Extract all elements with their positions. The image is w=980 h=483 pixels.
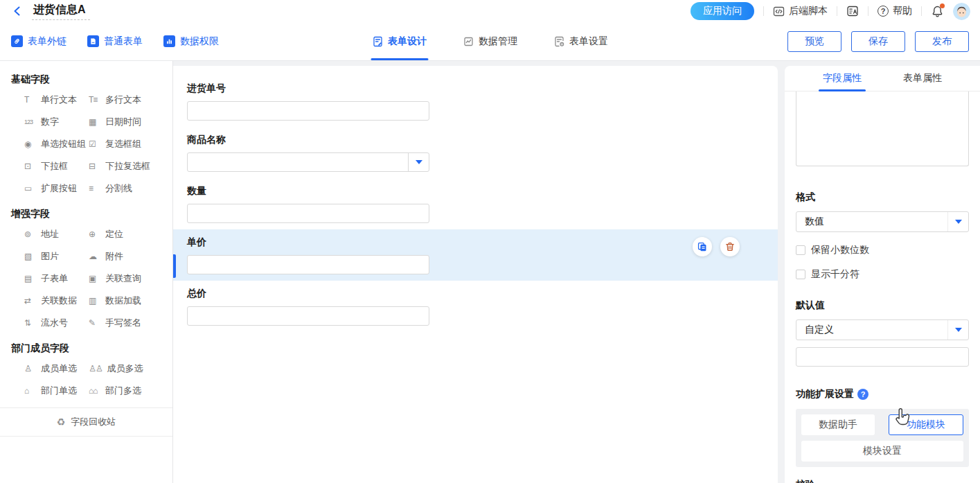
tab-form-properties[interactable]: 表单属性 (902, 66, 943, 91)
field-item-linked-query[interactable]: ▣关联查询 (89, 267, 172, 290)
publish-button[interactable]: 发布 (915, 31, 969, 52)
field-label: 进货单号 (187, 82, 764, 95)
field-item-member-multi[interactable]: ♙♙成员多选 (89, 358, 172, 380)
form-field-total-price[interactable]: 总价 (173, 281, 778, 332)
language-button[interactable] (846, 5, 859, 17)
field-item-label: 附件 (105, 250, 123, 263)
preview-button[interactable]: 预览 (787, 31, 841, 52)
field-item-number[interactable]: 123数字 (24, 111, 89, 133)
format-select-value: 数值 (805, 216, 824, 228)
help-button[interactable]: ? 帮助 (877, 5, 912, 17)
form-title[interactable]: 进货信息A (32, 2, 90, 20)
data-permission-button[interactable]: 数据权限 (163, 35, 219, 48)
text-input[interactable] (187, 306, 429, 326)
field-item-subform[interactable]: ▤子表单 (24, 267, 89, 290)
tab-field-properties-label: 字段属性 (823, 72, 862, 85)
image-icon: ▧ (24, 252, 36, 261)
external-link-button[interactable]: 表单外链 (11, 35, 66, 48)
field-item-dropdown-multi[interactable]: ⊟下拉复选框 (89, 155, 172, 177)
field-item-label: 成员单选 (41, 362, 77, 375)
select-caret-button[interactable] (947, 320, 968, 340)
field-item-attachment[interactable]: ☁附件 (89, 245, 172, 267)
copy-field-button[interactable] (693, 237, 712, 256)
select-caret-button[interactable] (408, 153, 429, 171)
default-value-input[interactable] (796, 347, 969, 367)
field-item-multi-line-text[interactable]: T≡多行文本 (89, 89, 172, 111)
default-value-select[interactable]: 自定义 (796, 319, 969, 340)
format-select[interactable]: 数值 (796, 211, 969, 232)
data-helper-button[interactable]: 数据助手 (801, 414, 875, 435)
text-input[interactable] (187, 204, 429, 223)
field-item-linked-data[interactable]: ⇄关联数据 (24, 290, 89, 312)
form-field-purchase-order-no[interactable]: 进货单号 (173, 76, 778, 127)
back-button[interactable] (10, 3, 25, 19)
field-item-label: 单行文本 (41, 94, 77, 106)
function-module-button[interactable]: 功能模块 (889, 414, 963, 435)
field-item-serial-number[interactable]: ⇅流水号 (24, 312, 89, 334)
field-item-label: 数据加载 (105, 295, 141, 307)
field-item-checkbox-group[interactable]: ☑复选框组 (89, 133, 172, 155)
field-item-radio-group[interactable]: ◉单选按钮组 (24, 133, 89, 155)
field-item-data-load[interactable]: ▥数据加载 (89, 290, 172, 312)
extension-settings-box: 数据助手 功能模块 模块设置 (796, 409, 969, 467)
delete-field-button[interactable] (720, 237, 740, 256)
form-design-icon (372, 36, 383, 47)
field-item-dept-multi[interactable]: ⌂⌂部门多选 (89, 380, 172, 402)
notifications-button[interactable] (931, 5, 944, 18)
field-item-single-line-text[interactable]: T单行文本 (24, 89, 89, 111)
field-item-extend-button[interactable]: ▭扩展按钮 (24, 177, 89, 200)
tab-field-properties[interactable]: 字段属性 (821, 66, 863, 91)
format-section-title: 格式 (796, 191, 969, 204)
data-management-icon (463, 36, 474, 47)
field-item-label: 成员多选 (107, 362, 143, 375)
field-item-dept-single[interactable]: ⌂部门单选 (24, 380, 89, 402)
normal-form-button[interactable]: 普通表单 (87, 35, 143, 48)
select-input[interactable] (187, 152, 429, 172)
field-item-label: 单选按钮组 (41, 138, 86, 150)
form-field-product-name[interactable]: 商品名称 (173, 127, 778, 178)
tab-form-design[interactable]: 表单设计 (369, 22, 429, 60)
tab-form-design-label: 表单设计 (388, 35, 427, 48)
thousand-separator-label: 显示千分符 (811, 268, 859, 281)
field-item-location[interactable]: ⊕定位 (89, 223, 172, 245)
checkbox-unchecked[interactable] (796, 270, 805, 279)
form-field-unit-price-selected[interactable]: 单价 (173, 229, 778, 281)
avatar[interactable] (953, 3, 970, 20)
decimal-places-label: 保留小数位数 (811, 244, 869, 256)
tab-form-settings[interactable]: 表单设置 (551, 22, 611, 60)
divider (868, 6, 868, 16)
decimal-places-option[interactable]: 保留小数位数 (796, 244, 969, 256)
tab-data-management[interactable]: 数据管理 (460, 22, 520, 60)
field-item-divider-line[interactable]: ≡分割线 (89, 177, 172, 200)
divider-icon: ≡ (89, 184, 100, 193)
external-link-label: 表单外链 (28, 35, 66, 48)
checkbox-unchecked[interactable] (796, 245, 805, 255)
module-settings-button[interactable]: 模块设置 (801, 441, 963, 462)
tab-form-properties-label: 表单属性 (903, 72, 942, 85)
field-description-textarea[interactable] (796, 91, 969, 166)
app-access-button[interactable]: 应用访问 (691, 2, 754, 20)
form-settings-icon (553, 36, 564, 47)
text-input[interactable] (187, 255, 429, 274)
field-item-dropdown[interactable]: ⊡下拉框 (24, 155, 89, 177)
field-item-address[interactable]: ⊚地址 (24, 223, 89, 245)
backend-script-button[interactable]: 后端脚本 (773, 5, 828, 17)
field-item-member-single[interactable]: ♙成员单选 (24, 358, 89, 380)
text-input[interactable] (187, 101, 429, 121)
number-icon: 123 (24, 119, 36, 125)
thousand-separator-option[interactable]: 显示千分符 (796, 268, 969, 281)
field-item-datetime[interactable]: ▦日期时间 (89, 111, 172, 133)
tab-form-settings-label: 表单设置 (569, 35, 608, 48)
field-item-label: 地址 (41, 228, 59, 240)
recycle-icon: ♻ (57, 417, 66, 427)
form-field-quantity[interactable]: 数量 (173, 178, 778, 229)
field-item-label: 复选框组 (105, 138, 141, 150)
select-caret-button[interactable] (947, 212, 968, 231)
help-icon: ? (877, 6, 889, 17)
help-question-icon[interactable]: ? (857, 389, 868, 400)
field-item-signature[interactable]: ✎手写签名 (89, 312, 172, 334)
field-recycle-bin[interactable]: ♻ 字段回收站 (0, 407, 172, 437)
center-tabs: 表单设计 数据管理 表单设置 (369, 22, 611, 60)
field-item-image[interactable]: ▧图片 (24, 245, 89, 267)
save-button[interactable]: 保存 (851, 31, 905, 52)
